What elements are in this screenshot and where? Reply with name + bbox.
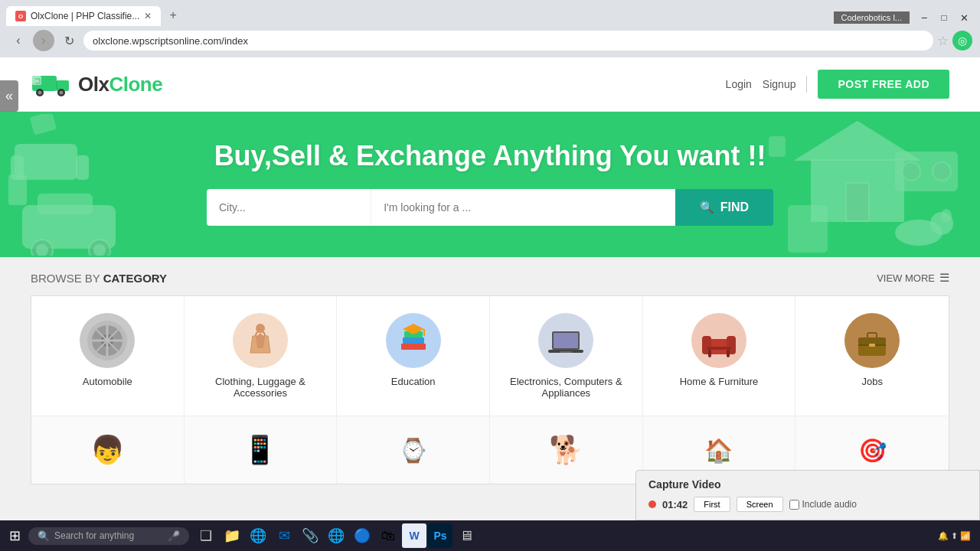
taskbar-search-label: Search for anything [54, 530, 134, 541]
taskbar-icon-ie[interactable]: 🔵 [350, 523, 374, 548]
coderobotics-label: Coderobotics l... [834, 11, 910, 24]
category-pets[interactable]: 🐕 [490, 416, 643, 484]
svg-point-6 [60, 91, 64, 95]
reload-btn[interactable]: ↻ [58, 30, 80, 51]
hero-deco-left [0, 112, 207, 257]
include-audio-label[interactable]: Include audio [789, 499, 857, 510]
star-icon[interactable]: ☆ [937, 33, 949, 49]
svg-point-23 [902, 162, 920, 181]
logo-text1: Olx [78, 73, 109, 96]
browse-by-label: BROWSE BY [31, 272, 103, 285]
category-electronics-label: Electronics, Computers &Appliances [510, 376, 622, 399]
view-more-btn[interactable]: VIEW MORE ☰ [877, 271, 949, 285]
category-jobs-label: Jobs [861, 376, 882, 387]
forward-btn[interactable]: › [33, 30, 54, 51]
taskbar-icon-paperclip[interactable]: 📎 [298, 523, 322, 548]
start-btn[interactable]: ⊞ [3, 524, 27, 547]
address-bar[interactable] [83, 31, 933, 51]
tab-title: OlxClone | PHP Classifie... [31, 11, 139, 21]
search-input[interactable] [371, 189, 675, 226]
category-bold-label: CATEGORY [103, 272, 167, 285]
svg-rect-8 [15, 145, 77, 179]
category-education-label: Education [391, 376, 436, 387]
login-link[interactable]: Login [726, 78, 752, 90]
include-audio-checkbox[interactable] [789, 500, 799, 510]
new-tab-btn[interactable]: + [162, 5, 184, 26]
find-btn-label: FIND [720, 201, 749, 214]
taskbar-search-box[interactable]: 🔍 Search for anything 🎤 [28, 527, 189, 545]
taskbar-icon-edge[interactable]: 🌐 [246, 523, 270, 548]
hero-deco-right [766, 112, 980, 257]
tab-close-icon[interactable]: ✕ [144, 11, 152, 21]
category-fashion[interactable]: ⌚ [337, 416, 490, 484]
svg-rect-55 [707, 347, 731, 350]
mic-icon[interactable]: 🎤 [168, 530, 180, 542]
svg-rect-41 [401, 344, 426, 350]
svg-rect-50 [560, 351, 572, 353]
signup-link[interactable]: Signup [763, 78, 796, 90]
svg-point-39 [256, 324, 265, 333]
svg-rect-48 [554, 333, 578, 348]
browser-tab-active[interactable]: O OlxClone | PHP Classifie... ✕ [6, 6, 161, 26]
svg-rect-21 [846, 183, 869, 221]
category-home-furniture[interactable]: Home & Furniture [643, 296, 796, 416]
taskbar-icon-chrome[interactable]: 🌐 [324, 523, 348, 548]
screen-btn[interactable]: Screen [737, 497, 783, 512]
svg-point-27 [942, 210, 951, 222]
find-btn[interactable]: 🔍 FIND [675, 189, 773, 226]
svg-rect-17 [9, 175, 26, 204]
list-icon: ☰ [939, 271, 949, 285]
category-education-icon [386, 313, 441, 368]
site-logo[interactable]: OlxClone [31, 68, 162, 100]
city-input[interactable] [207, 189, 371, 226]
category-education[interactable]: Education [337, 296, 490, 416]
category-clothing-label: Clothing, Luggage &Accessories [215, 376, 305, 399]
svg-rect-57 [727, 350, 730, 357]
extension-icon[interactable]: ◎ [952, 31, 972, 51]
svg-point-14 [37, 245, 47, 256]
post-free-add-btn[interactable]: POST FREE ADD [818, 70, 949, 99]
svg-rect-56 [708, 350, 711, 357]
minimize-btn[interactable]: − [914, 9, 934, 26]
svg-point-4 [38, 91, 42, 95]
capture-video-panel: Capture Video 01:42 First Screen Include… [635, 470, 980, 520]
left-toggle[interactable]: « [0, 80, 18, 112]
view-more-label: VIEW MORE [877, 272, 935, 284]
category-automobile[interactable]: Automobile [31, 296, 185, 416]
svg-rect-18 [31, 114, 56, 134]
svg-rect-10 [77, 156, 88, 179]
category-electronics[interactable]: Electronics, Computers &Appliances [490, 296, 643, 416]
svg-rect-28 [789, 206, 827, 252]
categories-section-title: BROWSE BY CATEGORY [31, 272, 167, 285]
logo-text2: Clone [109, 73, 162, 96]
category-kids[interactable]: 👦 [31, 416, 185, 484]
category-mobiles[interactable]: 📱 [185, 416, 338, 484]
category-jobs-icon [844, 313, 900, 368]
taskbar-icon-word[interactable]: W [402, 523, 426, 548]
taskbar-icon-file-explorer[interactable]: 📁 [220, 523, 244, 548]
taskbar-icon-mail[interactable]: ✉ [272, 523, 296, 548]
category-electronics-icon [538, 313, 593, 368]
taskbar-icon-store[interactable]: 🛍 [376, 523, 400, 548]
maximize-btn[interactable]: □ [934, 9, 954, 26]
taskbar-icon-task-view[interactable]: ❑ [194, 523, 218, 548]
taskbar-icon-ps[interactable]: Ps [428, 523, 452, 548]
search-icon: 🔍 [700, 201, 714, 214]
category-jobs[interactable]: Jobs [795, 296, 949, 416]
svg-rect-12 [38, 194, 92, 214]
category-home-icon [691, 313, 746, 368]
back-btn[interactable]: ‹ [8, 30, 29, 51]
category-home-label: Home & Furniture [680, 376, 759, 387]
hero-content: Buy,Sell & Exchange Anything You want !!… [207, 140, 773, 226]
first-btn[interactable]: First [694, 497, 730, 512]
hero-title: Buy,Sell & Exchange Anything You want !! [207, 140, 773, 172]
taskbar: ⊞ 🔍 Search for anything 🎤 ❑ 📁 🌐 ✉ 📎 🌐 🔵 … [0, 520, 980, 551]
svg-point-24 [933, 162, 951, 181]
svg-rect-42 [403, 337, 424, 344]
category-automobile-label: Automobile [83, 376, 132, 387]
timer-display: 01:42 [662, 499, 688, 510]
close-btn[interactable]: ✕ [954, 9, 974, 26]
taskbar-icon-monitor[interactable]: 🖥 [454, 523, 479, 548]
svg-point-16 [94, 245, 105, 256]
category-clothing[interactable]: Clothing, Luggage &Accessories [185, 296, 338, 416]
